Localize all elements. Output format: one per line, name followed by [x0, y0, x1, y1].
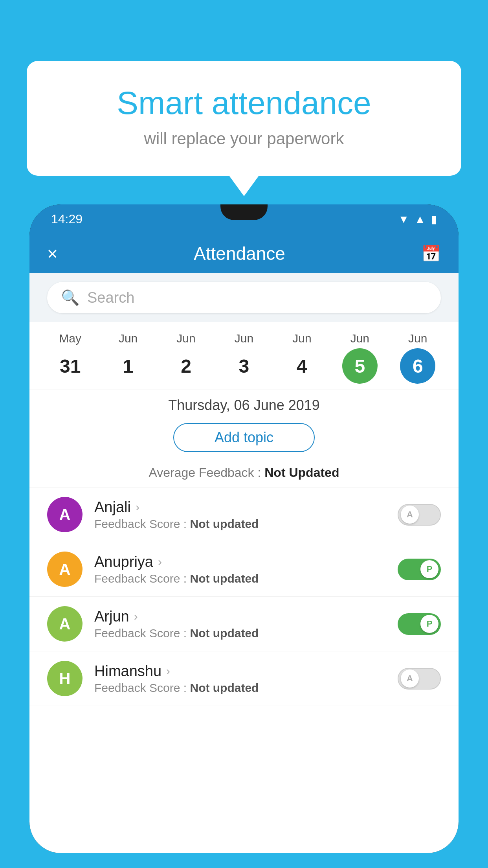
student-name: Anjali ›: [94, 499, 398, 516]
toggle-knob: P: [420, 560, 438, 578]
cal-month-label: Jun: [119, 332, 138, 345]
speech-bubble: Smart attendance will replace your paper…: [27, 61, 461, 176]
phone-container: 14:29 ▼ ▲ ▮ × Attendance 📅 🔍 Search: [29, 204, 459, 868]
student-avatar: H: [47, 661, 83, 696]
student-avatar: A: [47, 497, 83, 532]
cal-date-number[interactable]: 4: [284, 348, 319, 384]
avg-feedback-value: Not Updated: [264, 465, 339, 480]
attendance-toggle[interactable]: P: [398, 559, 441, 580]
cal-date-number[interactable]: 2: [169, 348, 204, 384]
student-list: AAnjali ›Feedback Score : Not updatedAAA…: [29, 487, 459, 706]
cal-month-label: Jun: [408, 332, 427, 345]
student-info: Himanshu ›Feedback Score : Not updated: [94, 663, 398, 695]
chevron-icon: ›: [136, 500, 139, 514]
cal-date-number[interactable]: 6: [400, 348, 435, 384]
status-icons: ▼ ▲ ▮: [398, 213, 437, 226]
student-item[interactable]: AAnupriya ›Feedback Score : Not updatedP: [29, 542, 459, 597]
calendar-day[interactable]: Jun5: [342, 332, 378, 384]
close-button[interactable]: ×: [47, 243, 58, 264]
cal-month-label: May: [59, 332, 81, 345]
cal-month-label: Jun: [350, 332, 369, 345]
cal-month-label: Jun: [235, 332, 253, 345]
student-item[interactable]: AAnjali ›Feedback Score : Not updatedA: [29, 487, 459, 542]
toggle-knob: P: [420, 615, 438, 633]
attendance-toggle[interactable]: A: [398, 668, 441, 690]
bubble-title: Smart attendance: [58, 85, 430, 121]
chevron-icon: ›: [158, 555, 162, 568]
wifi-icon: ▼: [398, 213, 409, 226]
toggle-knob: A: [401, 506, 419, 524]
add-topic-button[interactable]: Add topic: [173, 423, 315, 452]
student-info: Anupriya ›Feedback Score : Not updated: [94, 554, 398, 585]
phone-notch: [220, 204, 268, 220]
feedback-score: Feedback Score : Not updated: [94, 572, 398, 585]
toggle-container[interactable]: P: [398, 559, 441, 580]
avg-feedback-label: Average Feedback :: [149, 465, 265, 480]
attendance-toggle[interactable]: P: [398, 613, 441, 635]
feedback-score: Feedback Score : Not updated: [94, 627, 398, 640]
calendar-icon[interactable]: 📅: [421, 245, 441, 263]
feedback-score: Feedback Score : Not updated: [94, 517, 398, 531]
calendar-day[interactable]: May31: [53, 332, 88, 384]
student-name: Arjun ›: [94, 608, 398, 625]
calendar-day[interactable]: Jun6: [400, 332, 435, 384]
signal-icon: ▲: [415, 213, 426, 226]
speech-bubble-container: Smart attendance will replace your paper…: [27, 61, 461, 176]
student-avatar: A: [47, 552, 83, 587]
average-feedback: Average Feedback : Not Updated: [29, 465, 459, 487]
calendar-strip: May31Jun1Jun2Jun3Jun4Jun5Jun6: [29, 322, 459, 390]
student-name: Anupriya ›: [94, 554, 398, 570]
status-time: 14:29: [51, 212, 83, 226]
calendar-day[interactable]: Jun2: [169, 332, 204, 384]
search-bar-container: 🔍 Search: [29, 273, 459, 322]
toggle-knob: A: [401, 669, 419, 688]
cal-date-number[interactable]: 3: [226, 348, 262, 384]
search-icon: 🔍: [61, 289, 79, 306]
search-bar[interactable]: 🔍 Search: [47, 282, 441, 313]
status-bar: 14:29 ▼ ▲ ▮: [29, 204, 459, 234]
cal-month-label: Jun: [292, 332, 311, 345]
toggle-container[interactable]: A: [398, 668, 441, 690]
search-placeholder: Search: [87, 289, 134, 306]
cal-month-label: Jun: [176, 332, 195, 345]
app-header: × Attendance 📅: [29, 234, 459, 273]
student-avatar: A: [47, 606, 83, 642]
cal-date-number[interactable]: 1: [110, 348, 146, 384]
calendar-day[interactable]: Jun3: [226, 332, 262, 384]
student-name: Himanshu ›: [94, 663, 398, 680]
selected-date: Thursday, 06 June 2019: [29, 390, 459, 419]
cal-date-number[interactable]: 31: [53, 348, 88, 384]
chevron-icon: ›: [166, 664, 170, 678]
calendar-day[interactable]: Jun4: [284, 332, 319, 384]
phone-device: 14:29 ▼ ▲ ▮ × Attendance 📅 🔍 Search: [29, 204, 459, 853]
chevron-icon: ›: [134, 610, 138, 623]
attendance-toggle[interactable]: A: [398, 504, 441, 526]
bubble-subtitle: will replace your paperwork: [58, 129, 430, 148]
student-item[interactable]: AArjun ›Feedback Score : Not updatedP: [29, 597, 459, 651]
toggle-container[interactable]: P: [398, 613, 441, 635]
cal-date-number[interactable]: 5: [342, 348, 378, 384]
battery-icon: ▮: [431, 213, 437, 226]
calendar-day[interactable]: Jun1: [110, 332, 146, 384]
student-info: Anjali ›Feedback Score : Not updated: [94, 499, 398, 531]
student-item[interactable]: HHimanshu ›Feedback Score : Not updatedA: [29, 651, 459, 706]
app-title: Attendance: [194, 243, 285, 264]
feedback-score: Feedback Score : Not updated: [94, 681, 398, 695]
toggle-container[interactable]: A: [398, 504, 441, 526]
student-info: Arjun ›Feedback Score : Not updated: [94, 608, 398, 640]
app-content: 🔍 Search May31Jun1Jun2Jun3Jun4Jun5Jun6 T…: [29, 273, 459, 853]
